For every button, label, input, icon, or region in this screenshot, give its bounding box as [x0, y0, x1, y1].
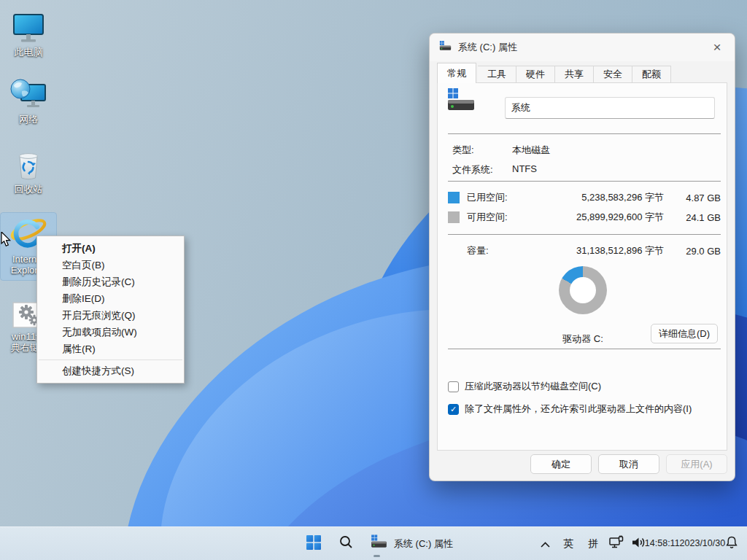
desktop: 此电脑 网络	[0, 0, 747, 560]
bell-icon	[725, 535, 738, 552]
free-space-row: 可用空间: 25,899,929,600 字节 24.1 GB	[448, 211, 721, 224]
tray-network-button[interactable]	[605, 529, 627, 559]
menu-item-open[interactable]: 打开(A)	[37, 240, 184, 257]
tab-hardware[interactable]: 硬件	[516, 66, 555, 83]
capacity-label: 容量:	[467, 244, 540, 257]
menu-item-properties[interactable]: 属性(R)	[37, 341, 184, 357]
menu-item-delete-history[interactable]: 删除历史记录(C)	[37, 273, 184, 290]
separator	[448, 234, 721, 235]
used-space-swatch	[448, 192, 460, 203]
used-space-label: 已用空间:	[467, 191, 540, 204]
index-checkbox-row: 除了文件属性外，还允许索引此驱动器上文件的内容(I)	[448, 402, 692, 416]
tray-clock[interactable]: 14:58:11 2023/10/30	[654, 529, 716, 559]
capacity-size: 29.0 GB	[664, 246, 721, 257]
drive-icon	[439, 41, 452, 54]
desktop-icon-label: 回收站	[15, 184, 43, 195]
tab-panel-general: 类型: 本地磁盘 文件系统: NTFS 已用空间: 5,238,583,296 …	[437, 82, 727, 451]
chevron-up-icon	[541, 537, 550, 551]
type-label: 类型:	[452, 144, 512, 157]
desktop-icon-label: 此电脑	[15, 47, 43, 58]
dialog-titlebar[interactable]: 系统 (C:) 属性	[430, 34, 735, 61]
drive-caption: 驱动器 C:	[532, 332, 634, 346]
free-space-label: 可用空间:	[467, 211, 540, 224]
separator	[448, 133, 721, 134]
used-space-row: 已用空间: 5,238,583,296 字节 4.87 GB	[448, 191, 721, 204]
properties-dialog: 系统 (C:) 属性 × 常规 工具 硬件 共享 安全 配额	[429, 33, 735, 481]
network-icon	[9, 77, 47, 112]
tray-language-indicator[interactable]: 英	[556, 529, 581, 559]
used-space-bytes: 5,238,583,296 字节	[540, 191, 664, 204]
used-space-size: 4.87 GB	[664, 192, 721, 203]
filesystem-value: NTFS	[512, 163, 537, 176]
usage-donut	[559, 266, 607, 314]
details-button[interactable]: 详细信息(D)	[651, 324, 718, 343]
menu-item-inprivate[interactable]: 开启无痕浏览(Q)	[37, 307, 184, 324]
dialog-title: 系统 (C:) 属性	[458, 41, 517, 54]
taskbar-app-label: 系统 (C:) 属性	[394, 537, 453, 551]
apply-button[interactable]: 应用(A)	[666, 454, 727, 474]
drive-icon	[371, 534, 387, 553]
free-space-size: 24.1 GB	[664, 212, 721, 223]
active-app-indicator	[374, 555, 380, 557]
tab-tools[interactable]: 工具	[478, 66, 516, 83]
tray-ime-indicator[interactable]: 拼	[581, 529, 605, 559]
menu-separator	[39, 359, 182, 360]
desktop-icon-label: 网络	[19, 114, 38, 125]
separator	[448, 349, 721, 349]
tab-sharing[interactable]: 共享	[555, 66, 594, 83]
cancel-button[interactable]: 取消	[598, 454, 659, 474]
tray-date: 2023/10/30	[680, 538, 726, 549]
separator	[448, 181, 721, 182]
mouse-cursor	[1, 232, 13, 251]
this-pc-icon	[12, 9, 45, 44]
tray-notifications-button[interactable]	[721, 529, 743, 559]
desktop-icon-network[interactable]: 网络	[1, 73, 56, 125]
menu-item-blank-page[interactable]: 空白页(B)	[37, 257, 184, 273]
free-space-swatch	[448, 211, 460, 223]
type-row: 类型: 本地磁盘	[452, 144, 550, 157]
tab-general[interactable]: 常规	[437, 63, 476, 83]
tab-quota[interactable]: 配额	[632, 66, 671, 83]
search-icon	[339, 535, 353, 552]
index-checkbox[interactable]	[448, 404, 459, 415]
volume-name-input[interactable]	[505, 97, 715, 119]
index-checkbox-label: 除了文件属性外，还允许索引此驱动器上文件的内容(I)	[465, 402, 692, 416]
capacity-row: 容量: 31,138,512,896 字节 29.0 GB	[448, 244, 721, 257]
desktop-icon-recycle-bin[interactable]: 回收站	[1, 143, 56, 195]
type-value: 本地磁盘	[512, 144, 550, 157]
network-icon	[608, 535, 624, 553]
system-tray: 英 拼	[534, 527, 743, 560]
menu-item-delete-ie[interactable]: 删除IE(D)	[37, 290, 184, 307]
recycle-bin-icon	[12, 147, 45, 182]
filesystem-row: 文件系统: NTFS	[452, 163, 537, 176]
free-space-bytes: 25,899,929,600 字节	[540, 211, 664, 224]
capacity-bytes: 31,138,512,896 字节	[540, 244, 664, 257]
menu-item-create-shortcut[interactable]: 创建快捷方式(S)	[37, 362, 184, 379]
drive-icon	[446, 88, 476, 117]
tray-time: 14:58:11	[645, 538, 680, 549]
filesystem-label: 文件系统:	[452, 163, 512, 176]
desktop-icon-this-pc[interactable]: 此电脑	[1, 6, 56, 58]
dialog-buttons: 确定 取消 应用(A)	[530, 454, 727, 474]
taskbar: 系统 (C:) 属性 英 拼	[0, 526, 747, 560]
compress-checkbox-label: 压缩此驱动器以节约磁盘空间(C)	[465, 380, 601, 393]
tray-overflow-button[interactable]	[534, 529, 556, 559]
taskbar-app-system-properties[interactable]: 系统 (C:) 属性	[362, 529, 462, 559]
tab-security[interactable]: 安全	[594, 66, 632, 83]
compress-checkbox[interactable]	[448, 381, 459, 392]
context-menu: 打开(A) 空白页(B) 删除历史记录(C) 删除IE(D) 开启无痕浏览(Q)…	[36, 236, 185, 384]
compress-checkbox-row: 压缩此驱动器以节约磁盘空间(C)	[448, 380, 601, 393]
volume-icon	[631, 536, 646, 552]
dialog-tabs: 常规 工具 硬件 共享 安全 配额	[437, 63, 671, 83]
search-button[interactable]	[330, 529, 362, 559]
taskbar-center: 系统 (C:) 属性	[298, 527, 462, 560]
windows-logo-icon	[306, 535, 321, 553]
menu-item-no-addons[interactable]: 无加载项启动(W)	[37, 324, 184, 341]
close-icon[interactable]: ×	[707, 38, 727, 57]
start-button[interactable]	[298, 529, 330, 559]
ok-button[interactable]: 确定	[530, 454, 592, 474]
